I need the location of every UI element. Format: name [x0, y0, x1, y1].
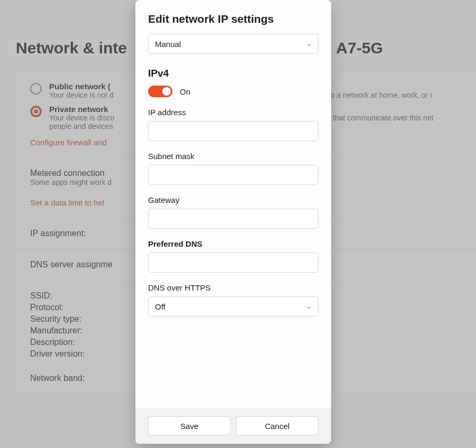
- chevron-down-icon: ⌄: [306, 303, 312, 310]
- gateway-input[interactable]: [148, 209, 318, 229]
- chevron-down-icon: ⌄: [306, 40, 312, 48]
- dns-over-https-value: Off: [155, 302, 166, 311]
- dialog-title: Edit network IP settings: [148, 13, 318, 25]
- subnet-mask-label: Subnet mask: [148, 152, 318, 161]
- ip-mode-value: Manual: [155, 40, 181, 49]
- ip-address-input[interactable]: [148, 121, 318, 141]
- gateway-label: Gateway: [148, 195, 318, 204]
- save-button[interactable]: Save: [148, 416, 231, 435]
- ipv4-toggle-label: On: [180, 87, 190, 96]
- ipv4-toggle[interactable]: [148, 86, 172, 97]
- ip-mode-select[interactable]: Manual ⌄: [148, 34, 318, 54]
- edit-ip-settings-dialog: Edit network IP settings Manual ⌄ IPv4 O…: [135, 0, 331, 444]
- ip-address-label: IP address: [148, 108, 318, 117]
- preferred-dns-input[interactable]: [148, 253, 318, 273]
- ipv4-heading: IPv4: [148, 68, 318, 79]
- preferred-dns-label: Preferred DNS: [148, 239, 318, 248]
- dialog-footer: Save Cancel: [135, 408, 331, 444]
- subnet-mask-input[interactable]: [148, 165, 318, 185]
- dns-over-https-label: DNS over HTTPS: [148, 283, 318, 292]
- cancel-button-label: Cancel: [265, 422, 290, 431]
- cancel-button[interactable]: Cancel: [236, 416, 318, 435]
- save-button-label: Save: [180, 422, 198, 431]
- dns-over-https-select[interactable]: Off ⌄: [148, 296, 318, 316]
